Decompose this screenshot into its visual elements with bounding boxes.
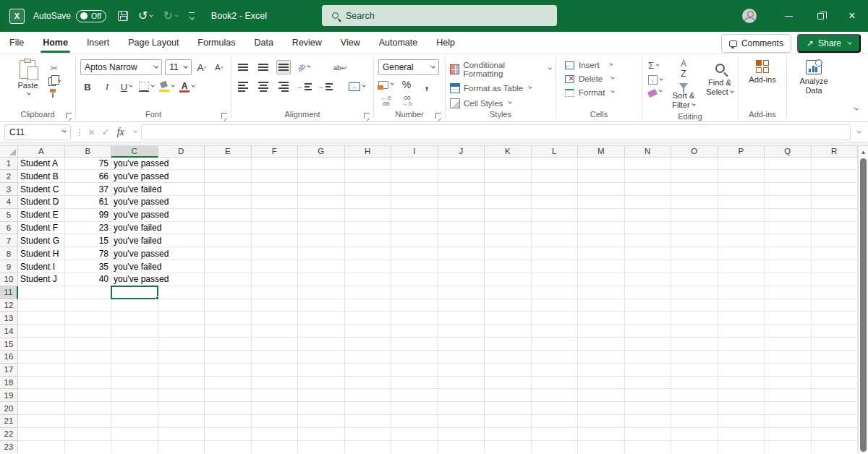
row-header-16[interactable]: 16 (0, 351, 18, 364)
number-format-select[interactable]: General (378, 59, 439, 75)
cell-H13[interactable] (345, 312, 392, 325)
delete-cells-button[interactable]: Delete (563, 74, 634, 84)
cell-M5[interactable] (578, 209, 625, 222)
cell-G8[interactable] (298, 247, 345, 260)
row-header-8[interactable]: 8 (0, 247, 18, 260)
col-header-P[interactable]: P (718, 146, 765, 158)
tab-view[interactable]: View (331, 32, 370, 53)
cell-I17[interactable] (391, 364, 438, 377)
increase-indent-button[interactable]: → (318, 80, 333, 94)
cell-L18[interactable] (532, 377, 579, 390)
cell-F7[interactable] (252, 234, 299, 247)
row-header-5[interactable]: 5 (0, 209, 18, 222)
font-name-select[interactable]: Aptos Narrow (80, 59, 162, 75)
cell-D21[interactable] (158, 415, 205, 428)
cell-M10[interactable] (578, 273, 625, 286)
cell-N14[interactable] (625, 325, 672, 338)
cell-B14[interactable] (65, 325, 112, 338)
cell-C10[interactable]: you've passed (111, 273, 158, 286)
save-icon[interactable] (118, 11, 128, 21)
cell-J17[interactable] (438, 364, 485, 377)
cell-J22[interactable] (438, 428, 485, 441)
cell-O2[interactable] (671, 170, 718, 183)
cell-H9[interactable] (345, 260, 392, 273)
cell-P20[interactable] (718, 402, 765, 415)
cell-F2[interactable] (252, 170, 299, 183)
cell-E18[interactable] (205, 377, 252, 390)
cell-J3[interactable] (438, 183, 485, 196)
cell-I16[interactable] (391, 351, 438, 364)
cell-P2[interactable] (718, 170, 765, 183)
cell-G4[interactable] (298, 196, 345, 209)
cell-D22[interactable] (158, 428, 205, 441)
cell-L3[interactable] (532, 183, 579, 196)
cell-D19[interactable] (158, 389, 205, 402)
cell-D20[interactable] (158, 402, 205, 415)
cell-I14[interactable] (391, 325, 438, 338)
cell-G7[interactable] (298, 234, 345, 247)
align-left-button[interactable] (236, 80, 250, 94)
cell-Q11[interactable] (765, 286, 812, 299)
cell-M13[interactable] (578, 312, 625, 325)
cell-F13[interactable] (252, 312, 299, 325)
find-select-button[interactable]: Find & Select (703, 59, 736, 111)
cell-L23[interactable] (532, 441, 579, 453)
row-header-17[interactable]: 17 (0, 364, 18, 377)
cell-P9[interactable] (718, 260, 765, 273)
number-dialog-launcher[interactable] (435, 113, 441, 119)
cell-P18[interactable] (718, 377, 765, 390)
cell-G5[interactable] (298, 209, 345, 222)
cell-A16[interactable] (18, 351, 65, 364)
cell-M11[interactable] (578, 286, 625, 299)
decrease-font-size-button[interactable]: A˅ (212, 60, 226, 74)
cell-A1[interactable]: Student A (18, 158, 65, 171)
cell-L9[interactable] (532, 260, 579, 273)
cell-M23[interactable] (578, 441, 625, 453)
cell-O14[interactable] (671, 325, 718, 338)
cell-C8[interactable]: you've passed (111, 247, 158, 260)
cell-L20[interactable] (532, 402, 579, 415)
decrease-indent-button[interactable]: ← (297, 80, 312, 94)
cell-R14[interactable] (812, 325, 859, 338)
cell-H16[interactable] (345, 351, 392, 364)
col-header-O[interactable]: O (671, 146, 718, 158)
cell-H3[interactable] (345, 183, 392, 196)
tab-file[interactable]: File (0, 32, 33, 53)
cell-K2[interactable] (485, 170, 532, 183)
row-header-14[interactable]: 14 (0, 325, 18, 338)
cell-L17[interactable] (532, 364, 579, 377)
format-as-table-button[interactable]: Format as Table (448, 82, 553, 94)
cell-E6[interactable] (205, 222, 252, 235)
cell-Q1[interactable] (765, 158, 812, 171)
cell-G17[interactable] (298, 364, 345, 377)
cell-A23[interactable] (18, 441, 65, 453)
cell-E12[interactable] (205, 299, 252, 312)
cell-J6[interactable] (438, 222, 485, 235)
cell-C22[interactable] (111, 428, 158, 441)
fill-handle[interactable] (156, 296, 159, 300)
enter-icon[interactable]: ✓ (102, 127, 110, 137)
cell-Q10[interactable] (765, 273, 812, 286)
clear-button[interactable] (647, 88, 664, 95)
col-header-F[interactable]: F (252, 146, 299, 158)
cell-Q5[interactable] (765, 209, 812, 222)
cell-K13[interactable] (485, 312, 532, 325)
cell-G13[interactable] (298, 312, 345, 325)
cell-H2[interactable] (345, 170, 392, 183)
cell-B20[interactable] (65, 402, 112, 415)
cell-D17[interactable] (158, 364, 205, 377)
row-header-22[interactable]: 22 (0, 428, 18, 441)
cell-G2[interactable] (298, 170, 345, 183)
cell-H4[interactable] (345, 196, 392, 209)
cell-L14[interactable] (532, 325, 579, 338)
cell-K4[interactable] (485, 196, 532, 209)
cell-I15[interactable] (391, 338, 438, 351)
cell-A22[interactable] (18, 428, 65, 441)
cell-C16[interactable] (111, 351, 158, 364)
sort-filter-button[interactable]: AZ Sort & Filter (667, 59, 700, 111)
customize-qat-icon[interactable] (188, 12, 195, 20)
align-center-button[interactable] (256, 80, 271, 94)
cell-F12[interactable] (252, 299, 299, 312)
cell-F18[interactable] (252, 377, 299, 390)
formula-bar-resize-handle[interactable]: ⋮ (75, 127, 84, 137)
